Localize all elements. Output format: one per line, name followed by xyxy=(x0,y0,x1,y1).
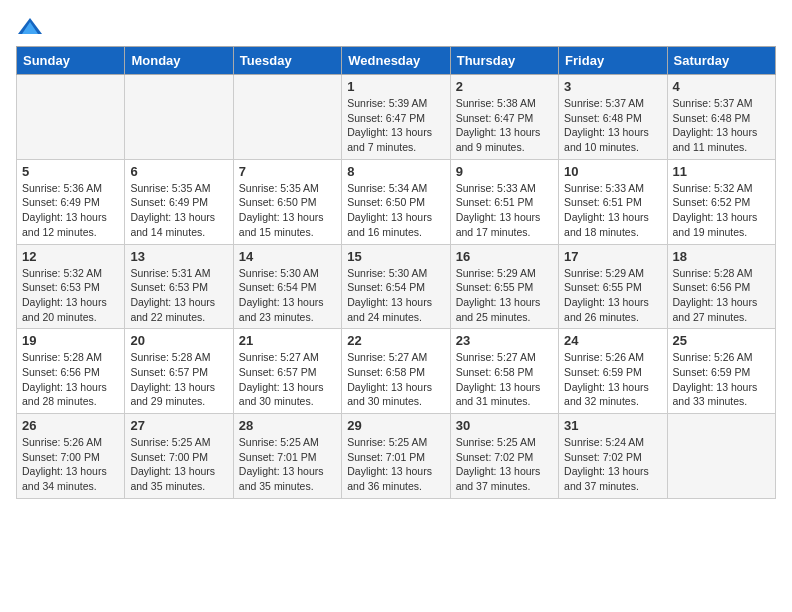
day-number: 25 xyxy=(673,333,770,348)
day-info: Sunrise: 5:26 AM Sunset: 6:59 PM Dayligh… xyxy=(564,350,661,409)
page-header xyxy=(16,16,776,38)
calendar-week-row: 19Sunrise: 5:28 AM Sunset: 6:56 PM Dayli… xyxy=(17,329,776,414)
day-info: Sunrise: 5:33 AM Sunset: 6:51 PM Dayligh… xyxy=(564,181,661,240)
calendar-cell: 26Sunrise: 5:26 AM Sunset: 7:00 PM Dayli… xyxy=(17,414,125,499)
day-number: 29 xyxy=(347,418,444,433)
calendar-cell: 7Sunrise: 5:35 AM Sunset: 6:50 PM Daylig… xyxy=(233,159,341,244)
day-info: Sunrise: 5:26 AM Sunset: 6:59 PM Dayligh… xyxy=(673,350,770,409)
logo xyxy=(16,16,48,38)
day-info: Sunrise: 5:27 AM Sunset: 6:58 PM Dayligh… xyxy=(347,350,444,409)
day-number: 26 xyxy=(22,418,119,433)
calendar-cell: 23Sunrise: 5:27 AM Sunset: 6:58 PM Dayli… xyxy=(450,329,558,414)
day-number: 15 xyxy=(347,249,444,264)
day-number: 3 xyxy=(564,79,661,94)
calendar-cell: 12Sunrise: 5:32 AM Sunset: 6:53 PM Dayli… xyxy=(17,244,125,329)
day-info: Sunrise: 5:30 AM Sunset: 6:54 PM Dayligh… xyxy=(347,266,444,325)
day-info: Sunrise: 5:25 AM Sunset: 7:00 PM Dayligh… xyxy=(130,435,227,494)
calendar-cell: 5Sunrise: 5:36 AM Sunset: 6:49 PM Daylig… xyxy=(17,159,125,244)
calendar-cell: 27Sunrise: 5:25 AM Sunset: 7:00 PM Dayli… xyxy=(125,414,233,499)
calendar-cell: 17Sunrise: 5:29 AM Sunset: 6:55 PM Dayli… xyxy=(559,244,667,329)
day-number: 4 xyxy=(673,79,770,94)
calendar-cell: 16Sunrise: 5:29 AM Sunset: 6:55 PM Dayli… xyxy=(450,244,558,329)
day-info: Sunrise: 5:28 AM Sunset: 6:56 PM Dayligh… xyxy=(673,266,770,325)
calendar-cell: 31Sunrise: 5:24 AM Sunset: 7:02 PM Dayli… xyxy=(559,414,667,499)
day-number: 10 xyxy=(564,164,661,179)
day-number: 28 xyxy=(239,418,336,433)
day-number: 13 xyxy=(130,249,227,264)
day-number: 19 xyxy=(22,333,119,348)
calendar-cell: 24Sunrise: 5:26 AM Sunset: 6:59 PM Dayli… xyxy=(559,329,667,414)
calendar-cell: 22Sunrise: 5:27 AM Sunset: 6:58 PM Dayli… xyxy=(342,329,450,414)
column-header-sunday: Sunday xyxy=(17,47,125,75)
day-number: 18 xyxy=(673,249,770,264)
calendar-cell: 4Sunrise: 5:37 AM Sunset: 6:48 PM Daylig… xyxy=(667,75,775,160)
day-number: 30 xyxy=(456,418,553,433)
day-number: 12 xyxy=(22,249,119,264)
column-header-thursday: Thursday xyxy=(450,47,558,75)
day-number: 20 xyxy=(130,333,227,348)
day-info: Sunrise: 5:29 AM Sunset: 6:55 PM Dayligh… xyxy=(456,266,553,325)
day-number: 17 xyxy=(564,249,661,264)
day-number: 6 xyxy=(130,164,227,179)
day-number: 5 xyxy=(22,164,119,179)
day-number: 31 xyxy=(564,418,661,433)
calendar-cell xyxy=(233,75,341,160)
day-info: Sunrise: 5:28 AM Sunset: 6:56 PM Dayligh… xyxy=(22,350,119,409)
day-info: Sunrise: 5:38 AM Sunset: 6:47 PM Dayligh… xyxy=(456,96,553,155)
day-number: 27 xyxy=(130,418,227,433)
calendar-cell: 11Sunrise: 5:32 AM Sunset: 6:52 PM Dayli… xyxy=(667,159,775,244)
day-info: Sunrise: 5:28 AM Sunset: 6:57 PM Dayligh… xyxy=(130,350,227,409)
calendar-cell xyxy=(667,414,775,499)
calendar-cell xyxy=(17,75,125,160)
calendar-week-row: 26Sunrise: 5:26 AM Sunset: 7:00 PM Dayli… xyxy=(17,414,776,499)
day-info: Sunrise: 5:25 AM Sunset: 7:02 PM Dayligh… xyxy=(456,435,553,494)
calendar-cell: 18Sunrise: 5:28 AM Sunset: 6:56 PM Dayli… xyxy=(667,244,775,329)
column-header-saturday: Saturday xyxy=(667,47,775,75)
day-info: Sunrise: 5:25 AM Sunset: 7:01 PM Dayligh… xyxy=(239,435,336,494)
day-info: Sunrise: 5:37 AM Sunset: 6:48 PM Dayligh… xyxy=(564,96,661,155)
day-number: 9 xyxy=(456,164,553,179)
day-info: Sunrise: 5:27 AM Sunset: 6:57 PM Dayligh… xyxy=(239,350,336,409)
day-number: 22 xyxy=(347,333,444,348)
day-number: 16 xyxy=(456,249,553,264)
calendar-cell: 20Sunrise: 5:28 AM Sunset: 6:57 PM Dayli… xyxy=(125,329,233,414)
column-header-wednesday: Wednesday xyxy=(342,47,450,75)
day-info: Sunrise: 5:36 AM Sunset: 6:49 PM Dayligh… xyxy=(22,181,119,240)
day-number: 24 xyxy=(564,333,661,348)
calendar-cell: 2Sunrise: 5:38 AM Sunset: 6:47 PM Daylig… xyxy=(450,75,558,160)
day-number: 21 xyxy=(239,333,336,348)
day-info: Sunrise: 5:29 AM Sunset: 6:55 PM Dayligh… xyxy=(564,266,661,325)
day-info: Sunrise: 5:27 AM Sunset: 6:58 PM Dayligh… xyxy=(456,350,553,409)
day-number: 23 xyxy=(456,333,553,348)
day-number: 7 xyxy=(239,164,336,179)
calendar-week-row: 1Sunrise: 5:39 AM Sunset: 6:47 PM Daylig… xyxy=(17,75,776,160)
day-info: Sunrise: 5:34 AM Sunset: 6:50 PM Dayligh… xyxy=(347,181,444,240)
day-number: 11 xyxy=(673,164,770,179)
calendar-week-row: 5Sunrise: 5:36 AM Sunset: 6:49 PM Daylig… xyxy=(17,159,776,244)
calendar-cell: 1Sunrise: 5:39 AM Sunset: 6:47 PM Daylig… xyxy=(342,75,450,160)
day-info: Sunrise: 5:32 AM Sunset: 6:53 PM Dayligh… xyxy=(22,266,119,325)
calendar-cell: 28Sunrise: 5:25 AM Sunset: 7:01 PM Dayli… xyxy=(233,414,341,499)
day-info: Sunrise: 5:25 AM Sunset: 7:01 PM Dayligh… xyxy=(347,435,444,494)
day-number: 8 xyxy=(347,164,444,179)
calendar-cell: 21Sunrise: 5:27 AM Sunset: 6:57 PM Dayli… xyxy=(233,329,341,414)
calendar-table: SundayMondayTuesdayWednesdayThursdayFrid… xyxy=(16,46,776,499)
day-number: 2 xyxy=(456,79,553,94)
day-info: Sunrise: 5:26 AM Sunset: 7:00 PM Dayligh… xyxy=(22,435,119,494)
day-info: Sunrise: 5:33 AM Sunset: 6:51 PM Dayligh… xyxy=(456,181,553,240)
column-header-friday: Friday xyxy=(559,47,667,75)
day-info: Sunrise: 5:30 AM Sunset: 6:54 PM Dayligh… xyxy=(239,266,336,325)
calendar-week-row: 12Sunrise: 5:32 AM Sunset: 6:53 PM Dayli… xyxy=(17,244,776,329)
calendar-cell: 10Sunrise: 5:33 AM Sunset: 6:51 PM Dayli… xyxy=(559,159,667,244)
column-header-monday: Monday xyxy=(125,47,233,75)
calendar-cell: 8Sunrise: 5:34 AM Sunset: 6:50 PM Daylig… xyxy=(342,159,450,244)
day-number: 1 xyxy=(347,79,444,94)
day-info: Sunrise: 5:35 AM Sunset: 6:50 PM Dayligh… xyxy=(239,181,336,240)
calendar-cell: 3Sunrise: 5:37 AM Sunset: 6:48 PM Daylig… xyxy=(559,75,667,160)
calendar-cell: 13Sunrise: 5:31 AM Sunset: 6:53 PM Dayli… xyxy=(125,244,233,329)
calendar-cell: 19Sunrise: 5:28 AM Sunset: 6:56 PM Dayli… xyxy=(17,329,125,414)
day-info: Sunrise: 5:35 AM Sunset: 6:49 PM Dayligh… xyxy=(130,181,227,240)
calendar-header-row: SundayMondayTuesdayWednesdayThursdayFrid… xyxy=(17,47,776,75)
day-info: Sunrise: 5:37 AM Sunset: 6:48 PM Dayligh… xyxy=(673,96,770,155)
calendar-cell: 6Sunrise: 5:35 AM Sunset: 6:49 PM Daylig… xyxy=(125,159,233,244)
